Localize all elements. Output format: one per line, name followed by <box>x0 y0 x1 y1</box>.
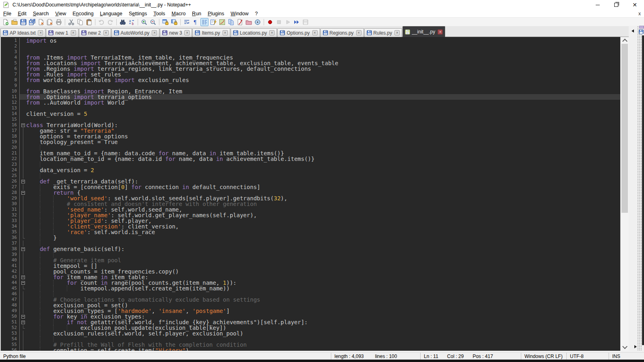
menu-item-plugins[interactable]: Plugins <box>204 10 227 17</box>
code-editor[interactable]: 1import os234from .Items import Terraria… <box>0 37 620 351</box>
panel-bottom-arrow-icon[interactable] <box>634 345 637 348</box>
line-number[interactable]: 51 <box>1 319 19 325</box>
tab-close-button[interactable]: × <box>356 30 361 35</box>
line-number[interactable]: 11 <box>1 94 19 100</box>
line-number[interactable]: 45 <box>1 286 19 291</box>
code-line[interactable]: 43for item_name in item_table: <box>1 274 620 280</box>
code-line[interactable]: 35'race': self.world.is_race <box>1 229 620 235</box>
line-number[interactable]: 39 <box>1 252 19 257</box>
redo-button[interactable] <box>106 18 114 26</box>
print-button[interactable] <box>55 18 63 26</box>
code-line[interactable]: 17game: str = "Terraria" <box>1 128 620 134</box>
zoom-out-button[interactable] <box>149 18 157 26</box>
code-line[interactable]: 23 <box>1 162 620 167</box>
line-number[interactable]: 19 <box>1 139 19 145</box>
code-line[interactable]: 7from .Rules import set_rules <box>1 72 620 77</box>
menu-item-encoding[interactable]: Encoding <box>69 10 97 17</box>
code-line[interactable]: 1import os <box>1 38 620 43</box>
tab-autoworld-py[interactable]: AutoWorld.py× <box>111 28 160 37</box>
tab-regions-py[interactable]: Regions.py× <box>320 28 364 37</box>
new-file-button[interactable] <box>2 18 10 26</box>
line-number[interactable]: 34 <box>1 224 19 229</box>
line-number[interactable]: 49 <box>1 308 19 314</box>
indent-guide-button[interactable] <box>200 18 208 26</box>
undo-button[interactable] <box>97 18 105 26</box>
line-number[interactable]: 16 <box>1 122 19 128</box>
code-line[interactable]: 41itempool = [] <box>1 263 620 269</box>
line-number[interactable]: 30 <box>1 201 19 207</box>
line-number[interactable]: 41 <box>1 263 19 269</box>
line-number[interactable]: 24 <box>1 167 19 173</box>
fold-collapse-icon[interactable] <box>21 123 25 127</box>
code-line[interactable]: 24data_version = 2 <box>1 167 620 173</box>
project-panel-button[interactable] <box>245 18 253 26</box>
menu-item-run[interactable]: Run <box>189 10 204 17</box>
scroll-down-arrow-icon[interactable] <box>622 344 627 349</box>
code-line[interactable]: 27exits = [connection[0] for connection … <box>1 184 620 190</box>
fold-collapse-icon[interactable] <box>21 276 25 279</box>
code-line[interactable]: 4from .Items import TerrariaItem, item_t… <box>1 55 620 60</box>
paste-button[interactable] <box>85 18 93 26</box>
line-number[interactable]: 36 <box>1 235 19 241</box>
find-button[interactable] <box>119 18 127 26</box>
line-number[interactable]: 9 <box>1 83 19 88</box>
word-wrap-button[interactable] <box>183 18 191 26</box>
tab-new-1[interactable]: new 1× <box>46 28 78 37</box>
code-line[interactable]: 46 <box>1 291 620 297</box>
code-line[interactable]: 14client_version = 5 <box>1 111 620 117</box>
code-line[interactable]: 47# Choose locations to automatically ex… <box>1 297 620 302</box>
line-number[interactable]: 25 <box>1 173 19 179</box>
code-line[interactable]: 19topology_present = True <box>1 139 620 145</box>
macro-play-button[interactable] <box>284 18 292 26</box>
code-line[interactable]: 6from .Regions import terraria_regions, … <box>1 66 620 72</box>
code-line[interactable]: 37 <box>1 241 620 246</box>
fold-collapse-icon[interactable] <box>21 247 25 251</box>
line-number[interactable]: 44 <box>1 280 19 286</box>
vertical-scrollbar[interactable] <box>620 37 629 351</box>
code-line[interactable]: 29'world_seed': self.world.slot_seeds[se… <box>1 195 620 201</box>
code-line[interactable]: 50for key in exclusion_types: <box>1 314 620 319</box>
scrollbar-thumb[interactable] <box>621 44 628 213</box>
line-number[interactable]: 55 <box>1 342 19 348</box>
menu-item-help[interactable]: ? <box>252 10 261 17</box>
menu-item-search[interactable]: Search <box>30 10 52 17</box>
line-number[interactable]: 14 <box>1 111 19 117</box>
line-number[interactable]: 40 <box>1 257 19 263</box>
code-line[interactable]: 20 <box>1 145 620 150</box>
line-number[interactable]: 18 <box>1 134 19 139</box>
line-number[interactable]: 17 <box>1 128 19 134</box>
code-line[interactable]: 16class TerrariaWorld(World): <box>1 122 620 128</box>
code-line[interactable]: 5from .Locations import TerrariaAchievem… <box>1 60 620 66</box>
restore-button[interactable] <box>607 0 625 10</box>
tab-close-button[interactable]: × <box>438 29 443 35</box>
tab-close-button[interactable]: × <box>223 30 228 35</box>
line-number[interactable]: 21 <box>1 150 19 156</box>
tab-ap-ideas-txt[interactable]: AP Ideas.txt× <box>0 28 45 37</box>
line-number[interactable]: 15 <box>1 117 19 122</box>
monitoring-button[interactable] <box>254 18 262 26</box>
code-line[interactable]: 26def _get_terraria_data(self): <box>1 179 620 184</box>
code-line[interactable]: 34'client_version': client_version, <box>1 224 620 229</box>
save-button[interactable] <box>19 18 27 26</box>
close-all-button[interactable] <box>46 18 54 26</box>
open-file-button[interactable] <box>10 18 19 26</box>
line-number[interactable]: 26 <box>1 179 19 184</box>
minimize-button[interactable] <box>588 0 607 10</box>
menu-item-edit[interactable]: Edit <box>14 10 30 17</box>
line-number[interactable]: 38 <box>1 246 19 252</box>
line-number[interactable]: 28 <box>1 190 19 195</box>
menubar-close-doc-button[interactable]: x <box>638 11 641 16</box>
line-number[interactable]: 35 <box>1 229 19 235</box>
code-line[interactable]: 55# Prefill the Wall of Flesh with the c… <box>1 342 620 348</box>
code-line[interactable]: 31'seed_name': self.world.seed_name, <box>1 207 620 212</box>
show-all-characters-button[interactable]: ¶ <box>192 18 200 26</box>
scroll-up-arrow-icon[interactable] <box>622 39 627 44</box>
code-line[interactable]: 22location_name_to_id = {name: data.id f… <box>1 156 620 162</box>
line-number[interactable]: 47 <box>1 297 19 302</box>
line-number[interactable]: 32 <box>1 212 19 218</box>
line-number[interactable]: 13 <box>1 105 19 111</box>
zoom-in-button[interactable] <box>140 18 148 26</box>
line-number[interactable]: 46 <box>1 291 19 297</box>
macro-run-multiple-button[interactable] <box>293 18 301 26</box>
code-line[interactable]: 28return { <box>1 190 620 195</box>
